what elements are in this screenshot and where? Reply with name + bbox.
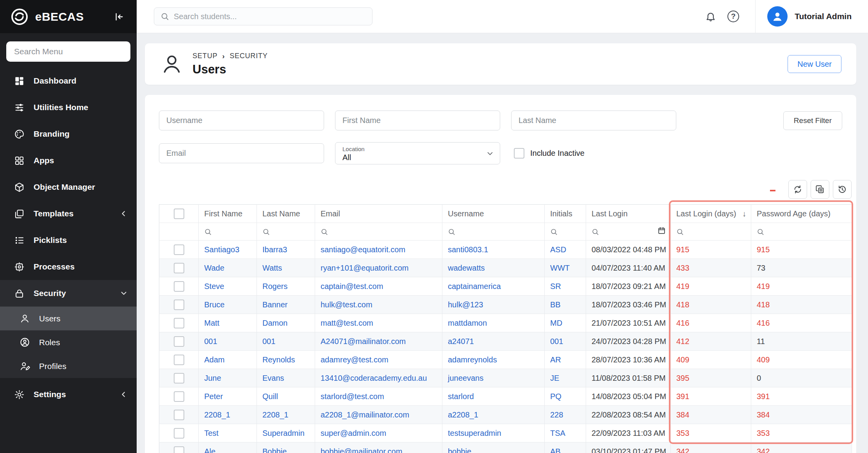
cell-email[interactable]: captain@test.com bbox=[315, 277, 442, 296]
cell-last-name[interactable]: Reynolds bbox=[257, 351, 315, 369]
filter-email-input[interactable] bbox=[159, 143, 324, 163]
cell-first-name[interactable]: Steve bbox=[199, 277, 257, 296]
cell-first-name[interactable]: 001 bbox=[199, 332, 257, 351]
column-header-initials[interactable]: Initials bbox=[545, 205, 586, 223]
cell-initials[interactable]: AB bbox=[545, 442, 586, 453]
cell-initials[interactable]: BB bbox=[545, 296, 586, 314]
sidebar-collapse-icon[interactable] bbox=[111, 9, 127, 25]
row-checkbox[interactable] bbox=[174, 244, 184, 255]
filter-cell-initials[interactable] bbox=[545, 223, 586, 241]
cell-last-name[interactable]: 2208_1 bbox=[257, 406, 315, 424]
cell-first-name[interactable]: Test bbox=[199, 424, 257, 442]
table-row[interactable]: 001 001 A24071@mailinator.com a24071 001… bbox=[159, 332, 852, 351]
cell-first-name[interactable]: Adam bbox=[199, 351, 257, 369]
copy-grid-button[interactable] bbox=[811, 180, 829, 199]
table-row[interactable]: June Evans 13410@coderacademy.edu.au jun… bbox=[159, 369, 852, 387]
sidebar-item-picklists[interactable]: Picklists bbox=[0, 227, 137, 253]
breadcrumb-setup[interactable]: SETUP bbox=[192, 52, 217, 60]
sidebar-item-security[interactable]: Security bbox=[0, 280, 137, 307]
cell-email[interactable]: hulk@test.com bbox=[315, 296, 442, 314]
location-select[interactable]: Location All bbox=[335, 142, 500, 164]
table-row[interactable]: Wade Watts ryan+101@equatorit.com wadewa… bbox=[159, 259, 852, 277]
sidebar-search-input[interactable] bbox=[6, 41, 130, 62]
cell-username[interactable]: captainamerica bbox=[442, 277, 545, 296]
column-header-last-login-days[interactable]: Last Login (days) ↓ bbox=[671, 205, 751, 223]
cell-username[interactable]: hulk@123 bbox=[442, 296, 545, 314]
cell-last-name[interactable]: Ibarra3 bbox=[257, 241, 315, 259]
cell-username[interactable]: a24071 bbox=[442, 332, 545, 351]
filter-cell-first-name[interactable] bbox=[199, 223, 257, 241]
restore-layout-button[interactable] bbox=[833, 180, 852, 199]
sidebar-item-utilities-home[interactable]: Utilities Home bbox=[0, 94, 137, 121]
cell-initials[interactable]: SR bbox=[545, 277, 586, 296]
cell-first-name[interactable]: Bruce bbox=[199, 296, 257, 314]
filter-username-input[interactable] bbox=[159, 111, 324, 130]
cell-email[interactable]: A24071@mailinator.com bbox=[315, 332, 442, 351]
sidebar-item-apps[interactable]: Apps bbox=[0, 147, 137, 174]
cell-username[interactable]: starlord bbox=[442, 387, 545, 406]
table-row[interactable]: Ale Bobbie bobbie@mailinator.com bobbie … bbox=[159, 442, 852, 453]
cell-first-name[interactable]: Santiago3 bbox=[199, 241, 257, 259]
cell-email[interactable]: ryan+101@equatorit.com bbox=[315, 259, 442, 277]
refresh-button[interactable] bbox=[788, 180, 807, 199]
cell-username[interactable]: bobbie bbox=[442, 442, 545, 453]
new-user-button[interactable]: New User bbox=[788, 55, 841, 73]
reset-filter-button[interactable]: Reset Filter bbox=[783, 111, 842, 130]
cell-email[interactable]: starlord@test.com bbox=[315, 387, 442, 406]
include-inactive-checkbox[interactable] bbox=[514, 148, 524, 159]
sidebar-item-roles[interactable]: Roles bbox=[0, 330, 137, 354]
column-header-username[interactable]: Username bbox=[442, 205, 545, 223]
row-checkbox[interactable] bbox=[174, 446, 184, 453]
row-checkbox[interactable] bbox=[174, 336, 184, 347]
cell-initials[interactable]: 228 bbox=[545, 406, 586, 424]
cell-initials[interactable]: PQ bbox=[545, 387, 586, 406]
cell-first-name[interactable]: June bbox=[199, 369, 257, 387]
cell-username[interactable]: juneevans bbox=[442, 369, 545, 387]
cell-last-name[interactable]: Banner bbox=[257, 296, 315, 314]
table-row[interactable]: Santiago3 Ibarra3 santiago@equatorit.com… bbox=[159, 241, 852, 259]
cell-initials[interactable]: WWT bbox=[545, 259, 586, 277]
sidebar-item-users[interactable]: Users bbox=[0, 307, 137, 330]
row-checkbox[interactable] bbox=[174, 263, 184, 273]
column-header-password-age-days[interactable]: Password Age (days) bbox=[751, 205, 852, 223]
cell-email[interactable]: bobbie@mailinator.com bbox=[315, 442, 442, 453]
cell-username[interactable]: santi0803.1 bbox=[442, 241, 545, 259]
row-checkbox[interactable] bbox=[174, 318, 184, 328]
row-checkbox[interactable] bbox=[174, 391, 184, 402]
filter-cell-last-name[interactable] bbox=[257, 223, 315, 241]
cell-last-name[interactable]: Quill bbox=[257, 387, 315, 406]
filter-cell-email[interactable] bbox=[315, 223, 442, 241]
table-row[interactable]: Steve Rogers captain@test.com captainame… bbox=[159, 277, 852, 296]
cell-last-name[interactable]: Watts bbox=[257, 259, 315, 277]
column-header-first-name[interactable]: First Name bbox=[199, 205, 257, 223]
table-row[interactable]: Bruce Banner hulk@test.com hulk@123 BB 1… bbox=[159, 296, 852, 314]
student-search-input[interactable] bbox=[174, 12, 366, 21]
row-checkbox[interactable] bbox=[174, 373, 184, 383]
cell-username[interactable]: wadewatts bbox=[442, 259, 545, 277]
table-row[interactable]: Peter Quill starlord@test.com starlord P… bbox=[159, 387, 852, 406]
cell-first-name[interactable]: Matt bbox=[199, 314, 257, 332]
cell-last-name[interactable]: 001 bbox=[257, 332, 315, 351]
sidebar-item-dashboard[interactable]: Dashboard bbox=[0, 68, 137, 94]
sidebar-item-branding[interactable]: Branding bbox=[0, 121, 137, 147]
filter-cell-username[interactable] bbox=[442, 223, 545, 241]
column-header-last-name[interactable]: Last Name bbox=[257, 205, 315, 223]
cell-email[interactable]: 13410@coderacademy.edu.au bbox=[315, 369, 442, 387]
cell-email[interactable]: adamrey@test.com bbox=[315, 351, 442, 369]
cell-first-name[interactable]: Ale bbox=[199, 442, 257, 453]
table-row[interactable]: Adam Reynolds adamrey@test.com adamreyno… bbox=[159, 351, 852, 369]
cell-last-name[interactable]: Bobbie bbox=[257, 442, 315, 453]
sidebar-item-profiles[interactable]: Profiles bbox=[0, 354, 137, 378]
cell-username[interactable]: adamreynolds bbox=[442, 351, 545, 369]
cell-email[interactable]: santiago@equatorit.com bbox=[315, 241, 442, 259]
cell-initials[interactable]: AR bbox=[545, 351, 586, 369]
table-row[interactable]: 2208_1 2208_1 a2208_1@mailinator.com a22… bbox=[159, 406, 852, 424]
cell-last-name[interactable]: Rogers bbox=[257, 277, 315, 296]
cell-username[interactable]: a2208_1 bbox=[442, 406, 545, 424]
include-inactive-toggle[interactable]: Include Inactive bbox=[514, 148, 585, 159]
user-avatar[interactable] bbox=[767, 6, 788, 27]
help-icon[interactable]: ? bbox=[725, 8, 742, 25]
row-checkbox[interactable] bbox=[174, 355, 184, 365]
cell-first-name[interactable]: 2208_1 bbox=[199, 406, 257, 424]
cell-initials[interactable]: TSA bbox=[545, 424, 586, 442]
